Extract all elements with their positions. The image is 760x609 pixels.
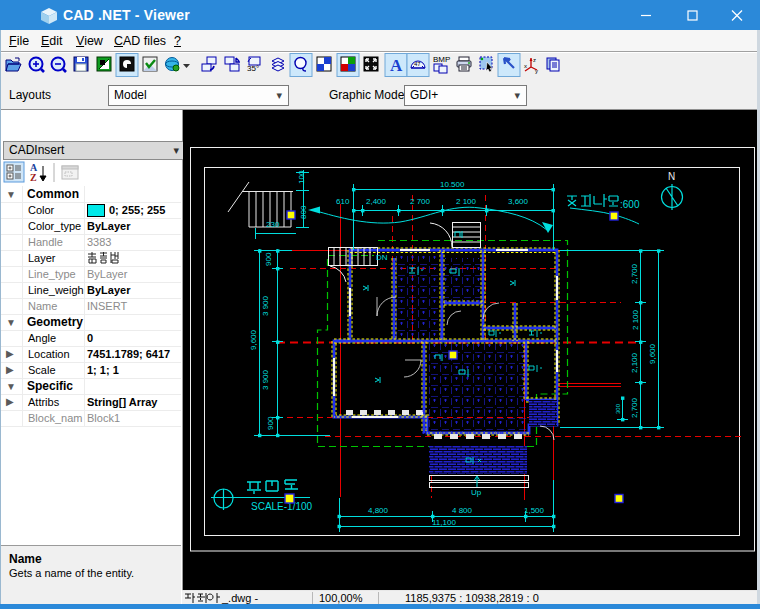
svg-text:z: z [533, 57, 536, 63]
svg-text:11,100: 11,100 [432, 518, 456, 527]
svg-text:100: 100 [297, 170, 306, 184]
svg-text:2 700: 2 700 [410, 197, 431, 206]
svg-text:35°: 35° [247, 64, 259, 73]
svg-text:BMP: BMP [433, 55, 450, 64]
svg-text:2,700: 2,700 [630, 263, 639, 284]
svg-text:9,600: 9,600 [249, 329, 258, 350]
svg-text:2 100: 2 100 [631, 309, 640, 330]
svg-text:230: 230 [266, 220, 280, 229]
svg-text:10.500: 10.500 [440, 180, 465, 189]
svg-text:9,600: 9,600 [648, 343, 657, 364]
svg-text:1,500: 1,500 [524, 506, 545, 515]
svg-text::600: :600 [620, 199, 640, 210]
svg-text:4 800: 4 800 [452, 506, 473, 515]
svg-text:y: y [535, 68, 538, 74]
svg-text:47: 47 [414, 61, 421, 67]
svg-text:2,400: 2,400 [366, 197, 387, 206]
svg-text:300: 300 [615, 403, 621, 414]
svg-text:DN: DN [376, 253, 388, 262]
svg-text:SCALE-1/100: SCALE-1/100 [251, 501, 313, 512]
svg-text:3 900: 3 900 [261, 295, 270, 316]
svg-text:610: 610 [336, 197, 350, 206]
svg-text:Z: Z [30, 172, 37, 183]
svg-text:900: 900 [264, 252, 273, 266]
svg-text:x: x [524, 63, 527, 69]
svg-text:A: A [390, 56, 403, 75]
svg-text:Up: Up [471, 488, 482, 497]
svg-text:3 900: 3 900 [261, 369, 270, 390]
svg-text:4,800: 4,800 [368, 506, 389, 515]
svg-text:N: N [668, 171, 675, 182]
svg-text:2,700: 2,700 [630, 397, 639, 418]
svg-text:3,600: 3,600 [508, 197, 529, 206]
svg-text:800: 800 [299, 205, 308, 219]
svg-text:900: 900 [266, 416, 275, 430]
svg-text:2,100: 2,100 [630, 352, 639, 373]
svg-text:2 100: 2 100 [456, 197, 477, 206]
